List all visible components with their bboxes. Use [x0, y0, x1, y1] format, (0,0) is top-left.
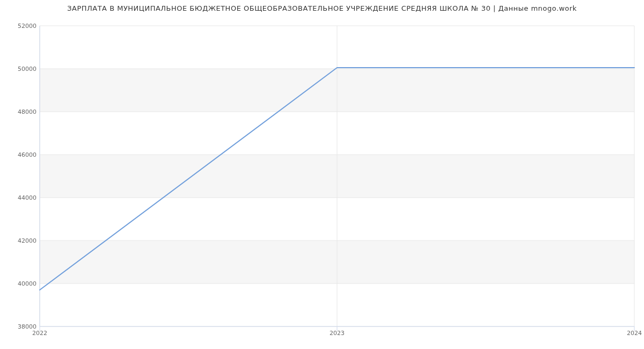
- y-tick-label: 44000: [18, 194, 36, 201]
- chart-svg: [40, 26, 634, 326]
- x-tick-label: 2024: [627, 330, 642, 337]
- x-tick-label: 2023: [330, 330, 345, 337]
- chart-title: ЗАРПЛАТА В МУНИЦИПАЛЬНОЕ БЮДЖЕТНОЕ ОБЩЕО…: [0, 4, 644, 12]
- y-tick-label: 38000: [18, 323, 36, 330]
- y-tick-label: 40000: [18, 280, 36, 287]
- plot-area: [40, 26, 634, 326]
- x-tick-label: 2022: [32, 330, 47, 337]
- y-tick-label: 42000: [18, 237, 36, 244]
- y-tick-label: 48000: [18, 108, 36, 115]
- y-tick-label: 50000: [18, 66, 36, 72]
- chart-container: ЗАРПЛАТА В МУНИЦИПАЛЬНОЕ БЮДЖЕТНОЕ ОБЩЕО…: [0, 0, 644, 349]
- y-tick-label: 52000: [18, 23, 36, 30]
- y-tick-label: 46000: [18, 151, 36, 158]
